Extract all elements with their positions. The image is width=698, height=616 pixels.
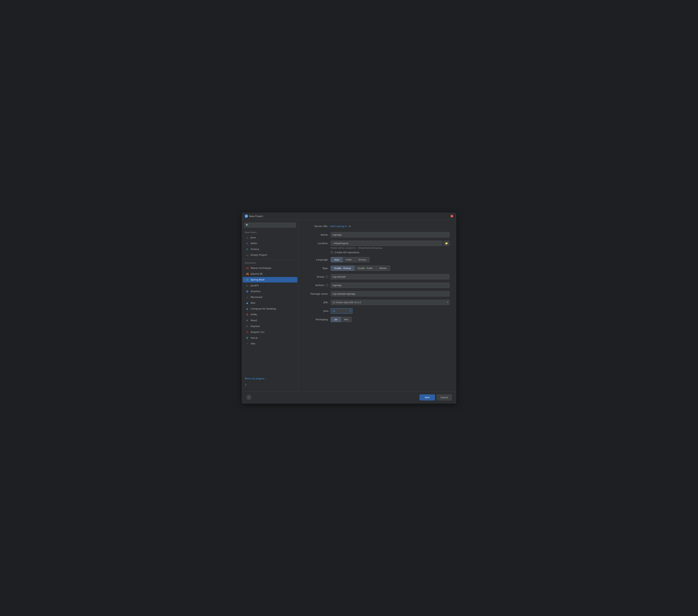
group-input[interactable] — [331, 274, 449, 279]
sidebar-item-label-javafx: JavaFX — [251, 284, 259, 287]
artifact-input[interactable] — [331, 283, 449, 288]
sidebar-item-groovy[interactable]: G Groovy — [243, 247, 297, 252]
language-label: Language: — [305, 257, 329, 261]
type-gradle-kotlin-button[interactable]: Gradle - Kotlin — [354, 266, 376, 271]
server-url-row: Server URL: start.spring.io ⚙ — [305, 225, 449, 228]
sidebar-item-compose[interactable]: ◈ Compose for Desktop — [243, 306, 297, 311]
search-icon: 🔍 — [246, 224, 249, 226]
search-input[interactable] — [250, 224, 294, 226]
git-checkbox[interactable] — [331, 251, 333, 254]
close-button[interactable]: × — [451, 215, 453, 218]
git-row: Create Git repository — [331, 251, 449, 254]
sidebar-item-springboot[interactable]: ⚙ Spring Boot — [243, 277, 297, 282]
sidebar-item-empty[interactable]: ▭ Empty Project — [243, 252, 297, 258]
package-name-control — [331, 291, 449, 296]
sidebar-item-label-react: React — [251, 319, 257, 322]
artifact-info-icon[interactable]: ? — [325, 284, 329, 287]
language-groovy-button[interactable]: Groovy — [355, 257, 369, 262]
sidebar-item-javafx[interactable]: ▭ JavaFX — [243, 283, 297, 288]
name-control — [331, 232, 449, 237]
new-project-section-label: New Project — [242, 230, 298, 235]
type-label: Type: — [305, 266, 329, 269]
location-label: Location: — [305, 241, 329, 244]
empty-project-icon: ▭ — [246, 253, 249, 257]
jdk-label: JDK: — [305, 300, 329, 304]
packaging-jar-button[interactable]: Jar — [331, 317, 341, 322]
type-maven-button[interactable]: Maven — [376, 266, 390, 271]
sidebar-item-label-jakarta: Jakarta EE — [251, 272, 263, 275]
artifact-row: Artifact: ? — [305, 283, 449, 288]
new-project-dialog: ▭ New Project × 🔍 New Project ☕ Java K K… — [242, 213, 456, 404]
packaging-control: Jar War — [331, 317, 449, 322]
sidebar-item-quarkus[interactable]: Q Quarkus — [243, 289, 297, 294]
next-button[interactable]: Next — [420, 394, 435, 401]
dialog-title: New Project — [249, 215, 263, 218]
generators-section-label: Generators — [242, 261, 298, 265]
packaging-war-button[interactable]: War — [341, 317, 352, 322]
sidebar-item-jakarta[interactable]: 🍂 Jakarta EE — [243, 271, 297, 277]
main-panel: Server URL: start.spring.io ⚙ Name: Loca… — [298, 220, 456, 391]
packaging-row: Packaging: Jar War — [305, 317, 449, 322]
bottom-bar: ? Next Cancel — [242, 391, 456, 403]
cancel-button[interactable]: Cancel — [437, 394, 452, 401]
angular-icon: A — [246, 331, 249, 334]
quarkus-icon: Q — [246, 290, 249, 293]
sidebar-item-label-micronaut: Micronaut — [251, 296, 263, 298]
sidebar-item-label-compose: Compose for Desktop — [251, 307, 276, 310]
sidebar-item-react[interactable]: ⚛ React — [243, 318, 297, 323]
sidebar-item-angular[interactable]: A Angular CLI — [243, 330, 297, 335]
jdk-row: JDK: 21 Oracle OpenJDK 21.0.2 ▾ — [305, 300, 449, 305]
sidebar-item-label-maven: Maven Archetype — [251, 267, 271, 269]
artifact-control — [331, 283, 449, 288]
more-plugins-link[interactable]: More via plugins... — [242, 376, 298, 381]
location-control: 📁 Project will be created in: ~#IdeaProj… — [331, 241, 449, 254]
sidebar-item-label-express: Express — [251, 325, 260, 327]
groovy-icon: G — [246, 248, 249, 251]
group-row: Group: ? — [305, 274, 449, 279]
compose-icon: ◈ — [246, 307, 249, 310]
sidebar-item-label-springboot: Spring Boot — [251, 278, 264, 281]
name-input[interactable] — [331, 232, 449, 237]
sidebar-item-label-vite: Vite — [251, 342, 255, 345]
sidebar-item-vue[interactable]: V Vue.js — [243, 335, 297, 341]
server-url-link[interactable]: start.spring.io — [330, 225, 347, 227]
group-control — [331, 274, 449, 279]
sidebar-item-vite[interactable]: ⚡ Vite — [243, 341, 297, 347]
group-label-wrapper: Group: ? — [305, 274, 329, 278]
sidebar-item-express[interactable]: ex Express — [243, 324, 297, 329]
location-wrapper: 📁 — [331, 241, 449, 246]
sidebar-item-ktor[interactable]: ◆ Ktor — [243, 300, 297, 306]
ktor-icon: ◆ — [246, 302, 249, 305]
group-info-icon[interactable]: ? — [325, 275, 329, 278]
settings-gear-icon[interactable]: ⚙ — [349, 225, 351, 228]
sidebar-item-maven[interactable]: m Maven Archetype — [243, 265, 297, 271]
language-java-button[interactable]: Java — [331, 257, 343, 262]
sidebar-item-micronaut[interactable]: μ Micronaut — [243, 294, 297, 300]
type-button-group: Gradle - Groovy Gradle - Kotlin Maven — [331, 266, 449, 271]
package-name-input[interactable] — [331, 291, 449, 296]
jdk-dropdown[interactable]: 21 Oracle OpenJDK 21.0.2 — [331, 300, 449, 305]
language-control: Java Kotlin Groovy — [331, 257, 449, 262]
help-icon[interactable]: ? — [242, 381, 298, 389]
language-kotlin-button[interactable]: Kotlin — [343, 257, 355, 262]
type-gradle-groovy-button[interactable]: Gradle - Groovy — [331, 266, 354, 271]
package-name-row: Package name: — [305, 291, 449, 296]
sidebar-item-kotlin[interactable]: K Kotlin — [243, 241, 297, 246]
location-row: Location: 📁 Project will be created in: … — [305, 241, 449, 254]
jdk-control: 21 Oracle OpenJDK 21.0.2 ▾ — [331, 300, 449, 305]
title-bar-left: ▭ New Project — [245, 215, 263, 218]
artifact-label-wrapper: Artifact: ? — [305, 283, 329, 287]
sidebar-item-java[interactable]: ☕ Java — [243, 235, 297, 240]
git-label[interactable]: Create Git repository — [335, 251, 359, 254]
language-button-group: Java Kotlin Groovy — [331, 257, 449, 262]
search-wrapper[interactable]: 🔍 — [244, 223, 296, 227]
packaging-button-group: Jar War — [331, 317, 449, 322]
location-input[interactable] — [331, 241, 442, 246]
type-control: Gradle - Groovy Gradle - Kotlin Maven — [331, 266, 449, 271]
sidebar-item-html[interactable]: 5 HTML — [243, 312, 297, 317]
jdk-select-wrapper: 21 Oracle OpenJDK 21.0.2 ▾ — [331, 300, 449, 305]
browse-folder-button[interactable]: 📁 — [443, 241, 449, 246]
help-button[interactable]: ? — [246, 395, 251, 400]
java-version-row: Java 21 17 11 — [305, 308, 449, 313]
java-version-dropdown[interactable]: 21 17 11 — [331, 308, 352, 313]
